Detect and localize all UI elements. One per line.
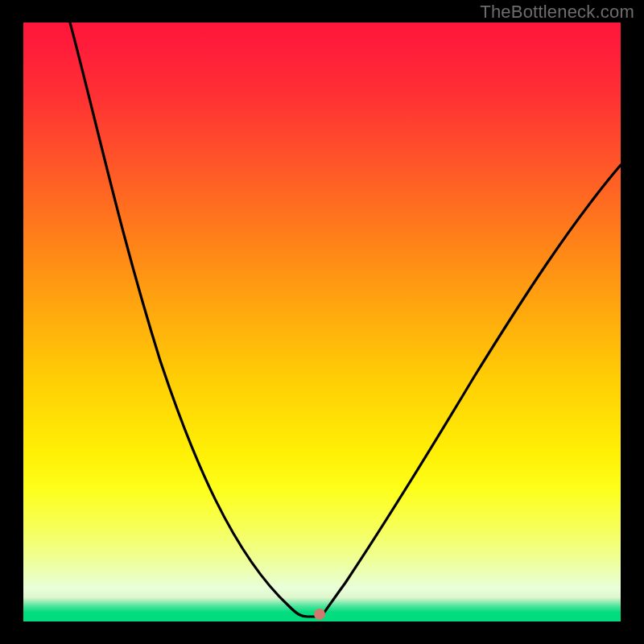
curve-path: [70, 23, 621, 617]
chart-frame: TheBottleneck.com: [0, 0, 644, 644]
optimal-point-marker: [314, 609, 325, 620]
watermark-text: TheBottleneck.com: [480, 2, 634, 23]
bottleneck-curve: [23, 23, 621, 621]
plot-area: [23, 23, 621, 621]
